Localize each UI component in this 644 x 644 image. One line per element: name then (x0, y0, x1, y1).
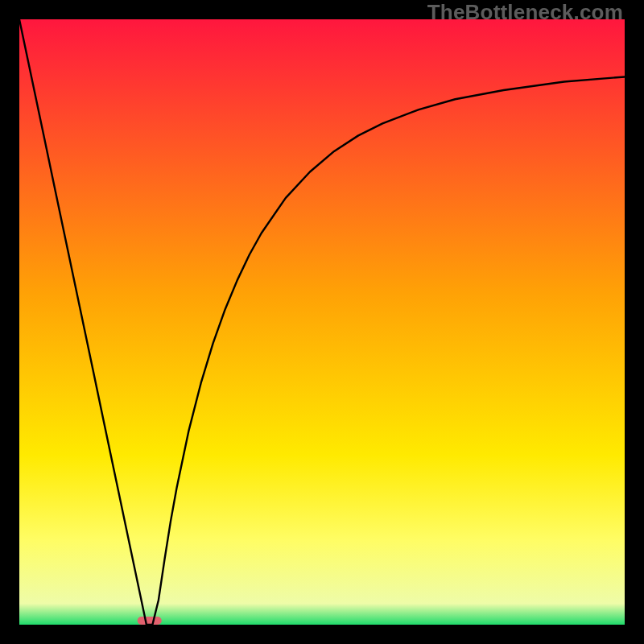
chart-frame: TheBottleneck.com (0, 0, 644, 644)
footer-marker (138, 617, 162, 625)
chart-plot-area (19, 19, 625, 625)
chart-background (19, 19, 625, 625)
watermark-text: TheBottleneck.com (427, 0, 623, 25)
chart-svg (19, 19, 625, 625)
